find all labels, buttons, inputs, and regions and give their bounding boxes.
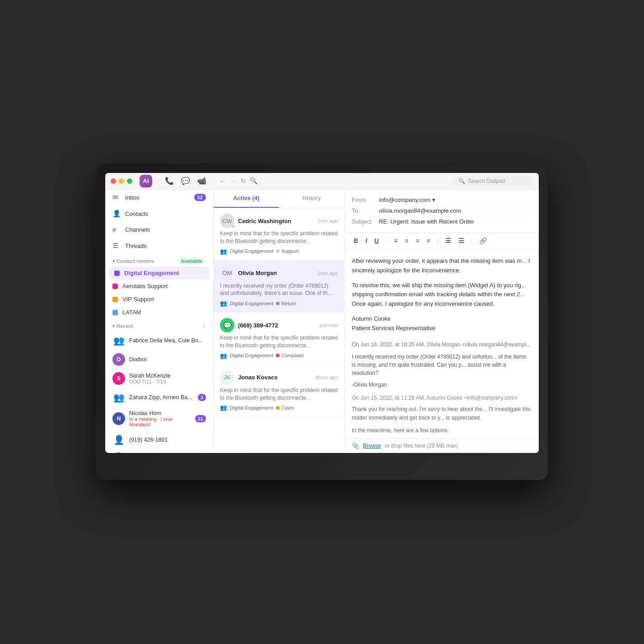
tabs-header: Active (4) History [214,189,344,208]
jonas-name: Jonas Kovacs [238,374,277,381]
conv-jonas-avatar-name: JK Jonas Kovacs [220,370,277,385]
search-icon[interactable]: 🔍 [250,177,257,185]
conv-phone-avatar-name: 💬 (669) 389-4772 [220,318,278,332]
recent-item-calvin[interactable]: C Calvin Hohener WFH, PDT [105,449,213,453]
threads-label: Threads [125,243,147,249]
latam-label: LATAM [122,309,141,316]
ordered-list-button[interactable]: ☰ [443,236,453,245]
contacts-icon: 👤 [112,210,121,218]
quoted-sign: -Olivia Morgan [352,381,532,389]
underline-button[interactable]: U [373,236,381,245]
app-logo: Ai [140,175,152,187]
phone-tags: 👥 Digital Engagement Complaint [220,352,338,359]
sarah-status: OOO 7/11 - 7/15 [129,379,171,384]
phone-name: (669) 389-4772 [238,322,278,329]
whatsapp-avatar: 💬 [220,318,234,332]
close-button[interactable] [111,178,116,184]
sidebar-item-inbox[interactable]: ✉ Inbox 12 [105,189,213,205]
cedric-name: Cedric Washington [238,218,291,224]
conversation-cedric[interactable]: CW ↩ Cedric Washington 1min ago Keep in … [214,208,344,261]
contact-centers-label: Contact centers [117,258,154,264]
video-icon[interactable]: 📹 [197,177,206,185]
inbox-icon: ✉ [112,193,121,201]
tab-active[interactable]: Active (4) [214,189,279,208]
unordered-list-button[interactable]: ☰ [457,236,466,245]
forward-arrow[interactable]: → [230,177,237,185]
email-body[interactable]: After reviewing your order, it appears t… [345,249,539,438]
sidebar-item-channels[interactable]: # Channels [105,222,213,238]
from-chevron-icon: ▾ [432,196,435,203]
search-bar-icon: 🔍 [458,178,465,184]
browse-link[interactable]: Browse [363,443,381,449]
digital-engagement-label: Digital Engagement [124,270,179,276]
cedric-tags: 👥 Digital Engagement Support [220,248,338,255]
chat-icon[interactable]: 💬 [181,177,190,185]
bold-button[interactable]: B [352,236,360,245]
availability-status[interactable]: Available [177,257,206,265]
phone-tag-2: Complaint [276,353,304,358]
recent-more-icon[interactable]: ⋮ [201,323,206,329]
align-center-button[interactable]: ≡ [403,236,410,245]
refresh-icon[interactable]: ↻ [241,177,246,185]
back-arrow[interactable]: ← [219,177,226,185]
contact-centers-header: ▾ Contact centers Available [105,254,213,266]
email-footer: 📎 Browse or drop files here (25 MB max) [345,438,539,453]
sarah-avatar: S [112,372,125,385]
footer-text: or drop files here (25 MB max) [385,443,458,449]
link-button[interactable]: 🔗 [477,236,489,245]
dialbot-label: Dialbot [129,356,147,363]
tag-people-icon: 👥 [220,248,227,255]
italic-button[interactable]: I [364,236,369,245]
phone-919-icon: 👤 [112,434,125,446]
conversation-list: CW ↩ Cedric Washington 1min ago Keep in … [214,208,344,453]
sidebar-item-latam[interactable]: LATAM [105,306,213,319]
conversation-olivia[interactable]: OM Olivia Morgan 1min ago I recently rec… [214,261,344,313]
email-panel: From: info@company.com ▾ To: olivia.morg… [345,189,539,453]
nav-arrows: ← → ↻ 🔍 [219,177,257,185]
recent-item-dialbot[interactable]: D Dialbot [105,350,213,369]
phone-icon[interactable]: 📞 [165,177,174,185]
from-label: From: [352,196,379,203]
from-row: From: info@company.com ▾ [352,195,532,205]
body-para-1: After reviewing your order, it appears t… [352,257,532,275]
subject-value[interactable]: RE: Urgent: Issue with Recent Order [379,218,474,225]
nicolas-info: Nicolas Horn In a meeting · I love Monda… [129,410,191,427]
subject-row: Subject RE: Urgent: Issue with Recent Or… [352,216,532,227]
phone-time: just now [320,322,338,328]
sidebar-item-aerolabs-support[interactable]: Aerolabs Support [105,280,213,293]
recent-item-sarah[interactable]: S Sarah McKenzie OOO 7/11 - 7/15 [105,369,213,388]
recent-item-919[interactable]: 👤 (919) 426-1801 [105,430,213,449]
cedric-avatar: CW ↩ [220,214,234,228]
jonas-time: 30sec ago [315,375,338,380]
from-dropdown[interactable]: info@company.com ▾ [379,196,435,203]
vip-dot [112,297,118,302]
align-left-button[interactable]: ≡ [392,236,399,245]
maximize-button[interactable] [127,178,132,184]
app-content: ✉ Inbox 12 👤 Contacts # Channels ☰ Threa… [105,189,539,453]
sidebar-item-vip-support[interactable]: VIP Support [105,293,213,306]
collapse-icon[interactable]: ▾ [112,258,115,264]
tab-history[interactable]: History [279,189,345,208]
sidebar-item-digital-engagement[interactable]: Digital Engagement [109,266,210,280]
recent-item-nicolas[interactable]: N Nicolas Horn In a meeting · I love Mon… [105,407,213,430]
align-right-button[interactable]: ≡ [414,236,421,245]
toolbar-separator-3 [471,237,472,244]
body-para-2: To resolve this, we will ship the missin… [352,281,532,309]
recent-collapse-icon[interactable]: ▾ [112,323,115,329]
return-dot [276,302,280,305]
sidebar-item-threads[interactable]: ☰ Threads [105,238,213,254]
recent-item-zahara[interactable]: 👥 Zahara Zipp, Armen Ba... 3 [105,388,213,407]
sidebar-item-contacts[interactable]: 👤 Contacts [105,205,213,222]
to-value[interactable]: olivia.morgan84@example.com [379,207,461,214]
aerolabs-dot [112,284,118,289]
align-justify-button[interactable]: ≡ [425,236,432,245]
sidebar: ✉ Inbox 12 👤 Contacts # Channels ☰ Threa… [105,189,214,453]
conversation-jonas[interactable]: JK Jonas Kovacs 30sec ago Keep in mind t… [214,365,344,417]
search-bar[interactable]: 🔍 Search Dialpad [452,176,533,186]
latam-dot [112,310,118,315]
minimize-button[interactable] [119,178,124,184]
conversation-phone[interactable]: 💬 (669) 389-4772 just now Keep in mind t… [214,313,344,365]
from-value: info@company.com [379,196,430,203]
nicolas-label: Nicolas Horn [129,410,191,416]
recent-item-fabrice[interactable]: 👥 Fabrice Della Mea, Cole Bo... [105,331,213,350]
